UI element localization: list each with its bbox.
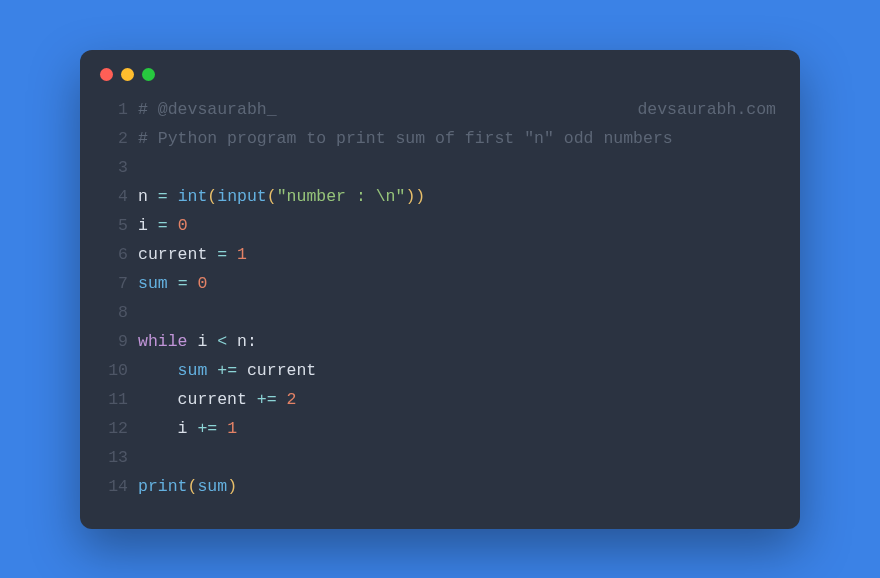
- line-content: [138, 298, 776, 327]
- code-line: 9while i < n:: [98, 327, 776, 356]
- titlebar: [80, 50, 800, 81]
- line-content: i = 0: [138, 211, 776, 240]
- line-number: 7: [98, 269, 128, 298]
- line-number: 6: [98, 240, 128, 269]
- code-line: 11 current += 2: [98, 385, 776, 414]
- line-content: [138, 443, 776, 472]
- code-line: 13: [98, 443, 776, 472]
- code-line: 6current = 1: [98, 240, 776, 269]
- line-number: 5: [98, 211, 128, 240]
- line-content: sum = 0: [138, 269, 776, 298]
- code-line: 4n = int(input("number : \n")): [98, 182, 776, 211]
- line-content: while i < n:: [138, 327, 776, 356]
- code-line: 1# @devsaurabh_devsaurabh.com: [98, 95, 776, 124]
- line-number: 4: [98, 182, 128, 211]
- code-line: 14print(sum): [98, 472, 776, 501]
- code-line: 2# Python program to print sum of first …: [98, 124, 776, 153]
- line-number: 3: [98, 153, 128, 182]
- code-area: 1# @devsaurabh_devsaurabh.com2# Python p…: [80, 81, 800, 501]
- line-content: [138, 153, 776, 182]
- line-number: 1: [98, 95, 128, 124]
- line-content: # @devsaurabh_devsaurabh.com: [138, 95, 776, 124]
- code-line: 8: [98, 298, 776, 327]
- line-content: i += 1: [138, 414, 776, 443]
- line-number: 9: [98, 327, 128, 356]
- line-number: 12: [98, 414, 128, 443]
- close-icon[interactable]: [100, 68, 113, 81]
- editor-window: 1# @devsaurabh_devsaurabh.com2# Python p…: [80, 50, 800, 529]
- line-content: # Python program to print sum of first "…: [138, 124, 776, 153]
- code-line: 12 i += 1: [98, 414, 776, 443]
- line-content: print(sum): [138, 472, 776, 501]
- line-number: 14: [98, 472, 128, 501]
- code-line: 3: [98, 153, 776, 182]
- line-content: current += 2: [138, 385, 776, 414]
- minimize-icon[interactable]: [121, 68, 134, 81]
- line-number: 8: [98, 298, 128, 327]
- line-content: current = 1: [138, 240, 776, 269]
- code-line: 5i = 0: [98, 211, 776, 240]
- maximize-icon[interactable]: [142, 68, 155, 81]
- code-line: 10 sum += current: [98, 356, 776, 385]
- line-number: 2: [98, 124, 128, 153]
- line-content: sum += current: [138, 356, 776, 385]
- line-content: n = int(input("number : \n")): [138, 182, 776, 211]
- code-line: 7sum = 0: [98, 269, 776, 298]
- line-number: 13: [98, 443, 128, 472]
- line-number: 11: [98, 385, 128, 414]
- line-number: 10: [98, 356, 128, 385]
